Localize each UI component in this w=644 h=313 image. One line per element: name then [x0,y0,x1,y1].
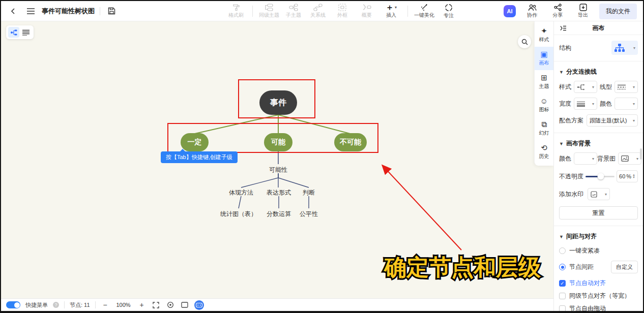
mindmap-node[interactable]: 判断 [303,189,315,197]
document-title[interactable]: 事件可能性树状图 [42,7,95,16]
panel-body: 结构 ▾ ▼ 分支连接线 样式 [554,35,643,311]
share-button[interactable]: 分享 [548,2,567,21]
reset-button[interactable]: 重置 [559,206,638,220]
custom-spacing-button[interactable]: 自定义 [611,261,638,273]
zoom-out-button[interactable]: − [101,300,110,309]
ai-assistant-button[interactable]: AI [504,5,516,17]
menu-icon[interactable] [24,5,37,17]
color-swatch [618,101,626,107]
theme-grid-icon: ⊞ [541,74,547,82]
opacity-slider-knob[interactable] [597,173,604,180]
sibling-topic-button[interactable]: 同级主题 [258,2,280,21]
sibling-align-checkbox[interactable] [559,293,566,299]
bg-image-dropdown[interactable]: ▾ [618,152,641,165]
tool-label: 专注 [444,12,454,19]
chevron-down-icon: ▼ [559,70,564,75]
auto-align-option[interactable]: ✓ 节点自动对齐 [559,279,638,288]
opacity-spinner[interactable]: 60 % ▲▼ [617,170,638,182]
beautify-button[interactable]: 一键美化 [413,2,435,21]
auto-align-checkbox[interactable]: ✓ [559,280,566,287]
outer-frame-button[interactable]: 外框 [331,2,354,21]
outline-view-icon[interactable] [20,27,32,38]
collaborate-button[interactable]: 协作 [523,2,541,21]
structure-row: 结构 ▾ [559,41,638,55]
branch-line-section-header[interactable]: ▼ 分支连接线 [559,68,638,76]
mindmap-canvas[interactable]: 事件 一定 可能 不可能 可能性 体现方法 表达形式 判断 统计图（表） 分数运… [1,21,553,311]
chevron-down-icon: ▾ [592,102,594,106]
branch-line-title: 分支连接线 [566,68,597,76]
mindmap-node[interactable]: 分数运算 [267,210,291,218]
export-button[interactable]: 导出 [574,2,592,21]
zoom-in-button[interactable]: + [137,300,147,309]
node-spacing-option[interactable]: 节点间距 自定义 [559,261,638,273]
tab-icons[interactable]: ☺ 图标 [535,93,553,117]
canvas-bg-title: 画布背景 [566,139,591,148]
mindmap-view-icon[interactable] [8,27,19,38]
format-painter-button[interactable]: 格式刷 [225,2,247,21]
opacity-slider[interactable] [586,176,614,177]
search-button[interactable] [518,35,531,48]
mindmap-node[interactable]: 公平性 [300,210,318,218]
line-type-dropdown[interactable]: ▾ [614,81,638,93]
mindmap-node[interactable]: 可能性 [269,166,287,174]
collapse-panel-icon[interactable] [559,23,568,33]
mindmap-node[interactable]: 表达形式 [267,189,291,197]
canvas-bg-section-header[interactable]: ▼ 画布背景 [559,139,638,148]
relationship-line-button[interactable]: 关系线 [307,2,329,21]
tab-slides[interactable]: ⧉ 幻灯 [535,117,553,140]
mindmap-node-root[interactable]: 事件 [259,90,297,115]
spacing-section-header[interactable]: ▼ 间距与对齐 [559,232,638,241]
structure-label: 结构 [559,44,571,52]
free-drag-checkbox[interactable] [559,305,566,311]
line-width-icon [577,101,585,107]
insert-button[interactable]: ＋▾ 插入 [380,2,402,21]
help-icon[interactable]: ? [53,302,59,308]
plus-icon: ＋▾ [386,4,397,11]
structure-dropdown[interactable]: ▾ [611,41,638,55]
tool-label: 插入 [386,12,396,19]
line-width-dropdown[interactable]: ▾ [574,98,597,110]
panel-scrollbar[interactable] [640,148,642,160]
sibling-align-option[interactable]: 同级节点对齐（等宽） [559,292,638,300]
settings-panel: 画布 结构 ▾ ▼ 分支连接线 [553,21,643,311]
back-button[interactable] [7,5,19,17]
compact-option[interactable]: 一键变紧凑 [559,246,638,255]
tool-label: 子主题 [286,12,301,19]
fullscreen-icon[interactable] [152,300,161,309]
mindmap-node[interactable]: 体现方法 [229,189,253,197]
divider [554,61,643,61]
spinner-arrows-icon[interactable]: ▲▼ [632,174,635,179]
zoom-level[interactable]: 100% [115,302,132,308]
summary-button[interactable]: 概要 [356,2,378,21]
mindmap-node[interactable]: 可能 [264,133,292,151]
compact-radio[interactable] [559,247,566,254]
line-color-dropdown[interactable]: ▾ [614,98,638,110]
bg-color-dropdown[interactable]: ▾ [574,152,597,165]
tool-label: 导出 [578,12,588,19]
color-scheme-dropdown[interactable]: 跟随主题(默认) ▾ [587,114,638,127]
mindmap-node[interactable]: 统计图（表） [220,210,257,218]
chevron-down-icon: ▾ [592,85,594,89]
branch-style-dropdown[interactable]: ▾ [574,81,597,93]
tab-canvas[interactable]: ▣ 画布 [535,47,553,70]
color-scheme-label: 配色方案 [559,116,583,125]
free-drag-option[interactable]: 节点自由拖动 [559,304,638,311]
color-scheme-value: 跟随主题(默认) [590,117,627,124]
locate-center-icon[interactable] [166,300,175,309]
quick-menu-toggle[interactable] [6,301,20,308]
branch-style-label: 样式 [559,83,571,91]
mindmap-node[interactable]: 不可能 [334,133,367,151]
tab-history[interactable]: ⟲ 历史 [535,140,553,164]
history-clock-icon: ⟲ [541,144,547,152]
tab-theme[interactable]: ⊞ 主题 [535,70,553,93]
assistant-robot-icon[interactable] [194,300,204,310]
minimap-icon[interactable] [180,300,189,309]
tool-label: 协作 [527,12,537,19]
node-spacing-radio[interactable] [559,264,566,270]
my-files-button[interactable]: 我的文件 [599,4,637,19]
subtopic-button[interactable]: 子主题 [282,2,305,21]
focus-button[interactable]: 专注 [437,2,460,21]
watermark-dropdown[interactable]: ▾ [588,188,610,200]
tab-style[interactable]: ✦ 样式 [535,23,553,47]
save-icon[interactable] [105,5,118,17]
